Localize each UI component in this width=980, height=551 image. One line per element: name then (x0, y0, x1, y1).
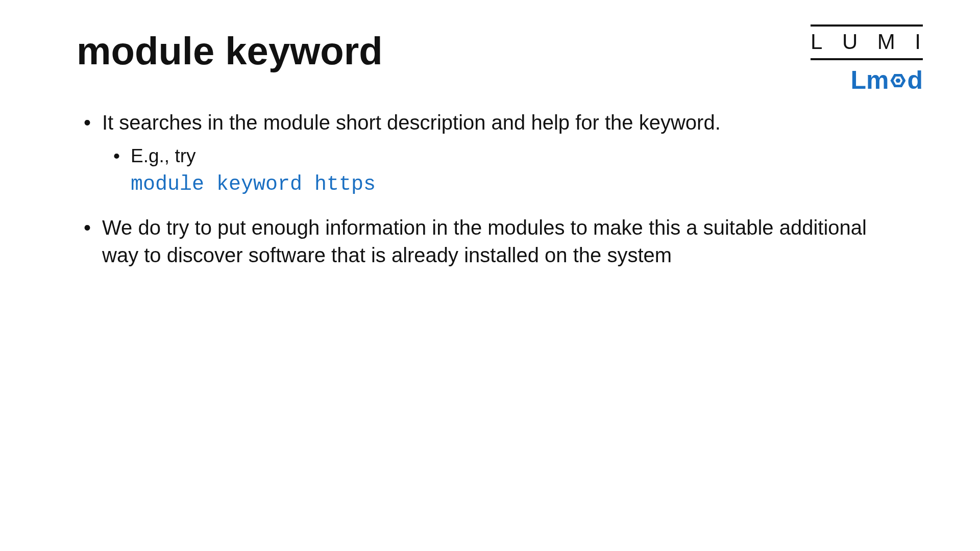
bullet-item: It searches in the module short descript… (77, 109, 903, 198)
lumi-letter: M (877, 30, 897, 54)
code-example: module keyword https (131, 171, 903, 198)
bullet-item: We do try to put enough information in t… (77, 214, 903, 269)
lmod-suffix: d (907, 65, 923, 95)
lumi-letter: I (915, 30, 923, 54)
lumi-logo: L U M I (811, 24, 923, 60)
lumi-letter: U (842, 30, 860, 54)
lumi-letter: L (811, 30, 824, 54)
slide-title: module keyword (77, 29, 903, 73)
bullet-text: It searches in the module short descript… (102, 111, 721, 134)
sub-bullet-text: E.g., try (131, 145, 195, 166)
sub-bullet-item: E.g., try module keyword https (102, 143, 903, 198)
sub-bullet-list: E.g., try module keyword https (102, 143, 903, 198)
bullet-text: We do try to put enough information in t… (102, 216, 867, 266)
lmod-prefix: Lm (850, 65, 889, 95)
logo-block: L U M I Lm d (811, 24, 923, 95)
slide: L U M I Lm d module keyword It searches … (0, 0, 980, 551)
hexagon-icon (889, 70, 906, 90)
bullet-list: It searches in the module short descript… (77, 109, 903, 269)
lmod-logo: Lm d (811, 65, 923, 95)
